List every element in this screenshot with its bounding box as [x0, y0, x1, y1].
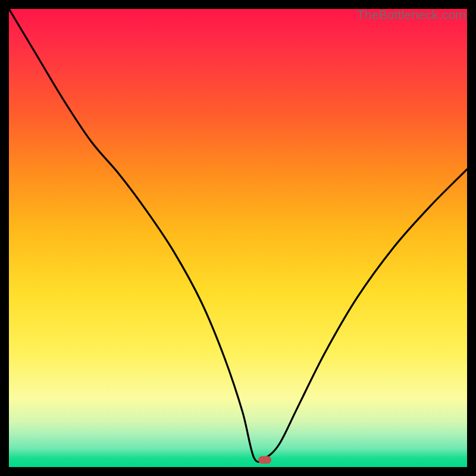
watermark-text: TheBottleneck.com	[357, 8, 466, 22]
bottleneck-curve	[9, 9, 467, 467]
curve-path	[9, 9, 467, 462]
optimal-marker	[258, 456, 271, 464]
chart-frame: TheBottleneck.com	[0, 0, 476, 476]
plot-area: TheBottleneck.com	[9, 9, 467, 467]
